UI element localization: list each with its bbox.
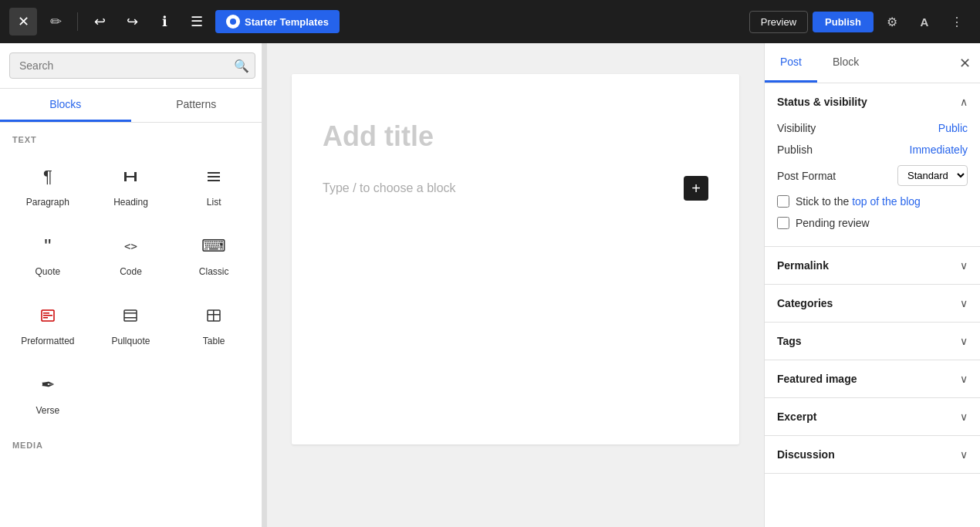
- status-visibility-header[interactable]: Status & visibility ∧: [777, 96, 968, 108]
- info-button[interactable]: ℹ: [150, 8, 178, 35]
- svg-rect-3: [208, 172, 220, 174]
- heading-label: Heading: [113, 197, 148, 208]
- search-button[interactable]: 🔍: [231, 56, 252, 76]
- block-item-preformatted[interactable]: Preformatted: [6, 289, 90, 359]
- svg-rect-15: [213, 310, 215, 321]
- chevron-down-icon: ∨: [960, 335, 968, 347]
- excerpt-section[interactable]: Excerpt ∨: [765, 398, 980, 436]
- categories-label: Categories: [777, 297, 833, 309]
- quote-icon: ": [34, 232, 62, 260]
- chevron-down-icon: ∨: [960, 448, 968, 461]
- svg-rect-4: [208, 176, 220, 177]
- featured-image-label: Featured image: [777, 373, 857, 385]
- edit-icon: ✏: [50, 13, 62, 30]
- visibility-row: Visibility Public: [777, 117, 968, 139]
- block-item-pullquote[interactable]: Pullquote: [90, 289, 173, 359]
- verse-icon: ✒: [34, 371, 62, 399]
- pending-label: Pending review: [796, 217, 870, 229]
- redo-button[interactable]: ↪: [118, 8, 146, 35]
- post-format-label: Post Format: [777, 170, 836, 182]
- sticky-checkbox[interactable]: [777, 195, 789, 208]
- code-label: Code: [120, 266, 142, 277]
- block-item-classic[interactable]: ⌨ Classic: [172, 220, 255, 289]
- search-input[interactable]: [9, 52, 255, 79]
- permalink-section[interactable]: Permalink ∨: [765, 247, 980, 285]
- block-item-verse[interactable]: ✒ Verse: [6, 359, 90, 428]
- chevron-down-icon: ∨: [960, 259, 968, 272]
- undo-icon: ↩: [94, 13, 106, 30]
- classic-icon: ⌨: [200, 232, 228, 260]
- tab-blocks[interactable]: Blocks: [0, 89, 131, 122]
- svg-rect-10: [124, 310, 137, 321]
- preview-label: Preview: [761, 16, 796, 28]
- visibility-value[interactable]: Public: [938, 122, 968, 134]
- sticky-checkbox-row: Stick to the top of the blog: [777, 191, 968, 212]
- starter-templates-button[interactable]: Starter Templates: [215, 10, 340, 33]
- gear-icon: ⚙: [887, 15, 897, 29]
- block-item-paragraph[interactable]: ¶ Paragraph: [6, 150, 90, 220]
- list-label: List: [207, 197, 221, 208]
- block-item-list[interactable]: List: [172, 150, 255, 220]
- post-format-row: Post Format Standard Aside Chat Gallery …: [777, 160, 968, 191]
- info-icon: ℹ: [162, 13, 167, 30]
- post-format-select[interactable]: Standard Aside Chat Gallery Link Image Q…: [897, 165, 968, 186]
- post-title-input[interactable]: Add title: [323, 120, 708, 153]
- quote-label: Quote: [35, 266, 60, 277]
- list-view-button[interactable]: ☰: [183, 8, 211, 35]
- settings-button[interactable]: ⚙: [878, 8, 906, 35]
- undo-button[interactable]: ↩: [86, 8, 113, 35]
- pullquote-label: Pullquote: [111, 336, 150, 346]
- astra-button[interactable]: A: [911, 8, 938, 35]
- starter-templates-icon: [226, 15, 240, 29]
- preview-button[interactable]: Preview: [749, 11, 808, 33]
- tab-post[interactable]: Post: [765, 43, 817, 83]
- pending-checkbox[interactable]: [777, 217, 789, 229]
- svg-rect-7: [43, 312, 49, 314]
- pending-checkbox-row: Pending review: [777, 212, 968, 234]
- close-icon: ✕: [959, 56, 971, 71]
- verse-label: Verse: [35, 405, 59, 416]
- status-visibility-section: Status & visibility ∧ Visibility Public …: [765, 83, 980, 247]
- tab-block[interactable]: Block: [817, 43, 874, 83]
- toolbar-right: Preview Publish ⚙ A ⋮: [749, 8, 971, 35]
- content-row: Type / to choose a block +: [323, 176, 708, 201]
- edit-button[interactable]: ✏: [42, 8, 69, 35]
- code-icon: <>: [117, 232, 144, 260]
- chevron-down-icon: ∨: [960, 410, 968, 423]
- featured-image-section[interactable]: Featured image ∨: [765, 360, 980, 398]
- right-sidebar-close-button[interactable]: ✕: [950, 49, 980, 78]
- main-toolbar: ✕ ✏ ↩ ↪ ℹ ☰ Starter Templates Preview Pu…: [0, 0, 980, 43]
- paragraph-icon: ¶: [34, 163, 62, 191]
- media-section-label: MEDIA: [0, 428, 262, 456]
- tags-section[interactable]: Tags ∨: [765, 323, 980, 360]
- close-editor-button[interactable]: ✕: [9, 8, 37, 35]
- redo-icon: ↪: [127, 13, 138, 30]
- editor-area: Add title Type / to choose a block +: [267, 43, 764, 527]
- more-icon: ⋮: [951, 15, 963, 29]
- svg-rect-2: [134, 172, 137, 181]
- more-options-button[interactable]: ⋮: [943, 8, 971, 35]
- tab-patterns[interactable]: Patterns: [131, 89, 262, 122]
- list-icon: ☰: [191, 13, 203, 30]
- svg-rect-5: [208, 180, 220, 181]
- table-icon: [200, 302, 228, 329]
- publish-value[interactable]: Immediately: [910, 144, 968, 156]
- post-content-input[interactable]: Type / to choose a block: [323, 181, 684, 195]
- main-layout: 🔍 Blocks Patterns TEXT ¶ Paragraph: [0, 43, 980, 527]
- block-item-quote[interactable]: " Quote: [6, 220, 90, 289]
- starter-templates-label: Starter Templates: [245, 16, 329, 28]
- plus-icon: +: [691, 180, 701, 198]
- block-item-code[interactable]: <> Code: [90, 220, 173, 289]
- block-item-heading[interactable]: Heading: [90, 150, 173, 220]
- list-icon: [200, 163, 228, 191]
- chevron-down-icon: ∨: [960, 373, 968, 385]
- categories-section[interactable]: Categories ∨: [765, 285, 980, 323]
- discussion-section[interactable]: Discussion ∨: [765, 436, 980, 474]
- chevron-up-icon: ∧: [960, 96, 968, 108]
- astra-icon: A: [921, 15, 929, 29]
- table-label: Table: [203, 336, 225, 346]
- publish-button[interactable]: Publish: [813, 12, 874, 32]
- block-item-table[interactable]: Table: [172, 289, 255, 359]
- add-block-button[interactable]: +: [684, 176, 708, 201]
- editor-canvas: Add title Type / to choose a block +: [292, 74, 739, 444]
